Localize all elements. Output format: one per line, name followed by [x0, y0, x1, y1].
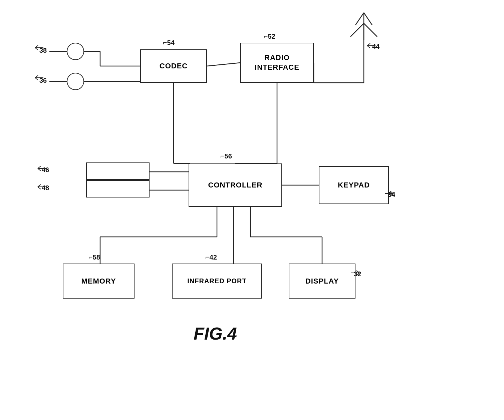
svg-line-49	[38, 187, 41, 189]
ref-42: ⌐42	[205, 253, 217, 262]
arrow-46	[36, 163, 48, 173]
ref-52: ⌐52	[264, 32, 275, 41]
svg-line-36	[390, 191, 393, 193]
keypad-box: KEYPAD	[319, 166, 389, 204]
buffer-46-box	[86, 162, 150, 180]
arrow-36	[33, 73, 45, 83]
arrow-32	[349, 268, 361, 278]
circle-38	[67, 43, 84, 60]
ref-58: ⌐58	[88, 253, 100, 262]
buffer-48-box	[86, 180, 150, 197]
svg-line-11	[207, 63, 240, 66]
svg-line-26	[355, 13, 364, 25]
circle-36	[67, 73, 84, 90]
svg-line-48	[38, 184, 41, 187]
infrared-port-box: INFRARED PORT	[172, 264, 262, 299]
svg-line-45	[38, 166, 41, 168]
radio-interface-box: RADIOINTERFACE	[240, 43, 314, 83]
ref-56: ⌐56	[220, 152, 232, 160]
memory-box: MEMORY	[63, 264, 135, 299]
controller-box: CONTROLLER	[189, 163, 282, 207]
svg-line-46	[38, 168, 41, 171]
antenna-svg	[350, 10, 381, 43]
codec-box: CODEC	[140, 49, 207, 83]
display-box: DISPLAY	[289, 264, 355, 299]
arrow-34	[383, 188, 395, 198]
arrow-38	[33, 43, 45, 53]
svg-line-42	[367, 43, 370, 46]
svg-line-34	[35, 78, 38, 80]
svg-line-33	[35, 75, 38, 78]
ref-54: ⌐54	[163, 38, 175, 47]
svg-line-37	[390, 193, 393, 196]
arrow-44	[365, 41, 377, 51]
svg-line-30	[35, 45, 38, 48]
svg-line-27	[364, 13, 372, 25]
svg-line-43	[367, 46, 370, 48]
svg-line-40	[356, 273, 359, 275]
svg-line-39	[356, 271, 359, 273]
svg-line-31	[35, 48, 38, 50]
diagram: CODEC RADIOINTERFACE CONTROLLER KEYPAD M…	[0, 0, 504, 420]
figure-label: FIG.4	[194, 324, 237, 344]
antenna-icon	[350, 10, 381, 45]
arrow-48	[36, 182, 48, 192]
